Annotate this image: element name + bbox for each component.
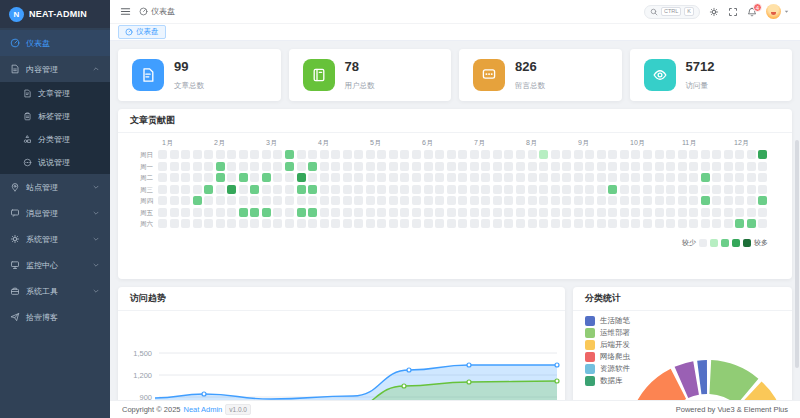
- heatmap-cell: [574, 162, 583, 171]
- heatmap-cell: [308, 196, 317, 205]
- legend-swatch: [743, 239, 751, 247]
- heatmap-cell: [689, 208, 698, 217]
- powered-by: Powered by Vue3 & Element Plus: [676, 405, 788, 414]
- fullscreen-icon[interactable]: [728, 7, 738, 17]
- heatmap-cell: [643, 150, 652, 159]
- heatmap-cell: [331, 162, 340, 171]
- sidebar-item-system[interactable]: 系统管理: [0, 226, 110, 252]
- heatmap-month-labels: 1月2月3月4月5月6月7月8月9月10月11月12月: [158, 137, 782, 150]
- heatmap-cell: [528, 150, 537, 159]
- card-title: 访问趋势: [118, 287, 565, 311]
- heatmap-cell: [447, 173, 456, 182]
- heatmap-cell: [574, 173, 583, 182]
- sidebar-item-talk[interactable]: 说说管理: [0, 151, 110, 174]
- heatmap-cell: [354, 162, 363, 171]
- sidebar-item-label: 消息管理: [26, 208, 86, 219]
- heatmap-cell: [158, 208, 167, 217]
- heatmap-cell: [285, 185, 294, 194]
- heatmap-cell: [504, 185, 513, 194]
- breadcrumb[interactable]: 仪表盘: [139, 6, 175, 17]
- heatmap-cell: [389, 196, 398, 205]
- brand-link[interactable]: Neat Admin: [183, 405, 222, 414]
- heatmap-cell: [216, 208, 225, 217]
- pie-legend-item[interactable]: 数据库: [585, 375, 630, 387]
- location-icon: [10, 182, 20, 192]
- heatmap-cell: [516, 208, 525, 217]
- pie-legend-item[interactable]: 资源软件: [585, 363, 630, 375]
- sidebar-item-blog[interactable]: 拾壹博客: [0, 304, 110, 330]
- sidebar-item-monitor[interactable]: 监控中心: [0, 252, 110, 278]
- day-label: 周三: [128, 185, 158, 197]
- pie-legend: 生活随笔 运维部署 后端开发 网络爬虫 资源软件 数据库: [585, 315, 630, 387]
- pie-legend-item[interactable]: 网络爬虫: [585, 351, 630, 363]
- sidebar-menu: 仪表盘 内容管理 文章管理 标签管理 分类管理 说说管理 站点管理 消息管理 系…: [0, 28, 110, 418]
- visit-trend-card: 访问趋势 1,5001,200900: [118, 287, 565, 418]
- heatmap-cell: [758, 185, 767, 194]
- heatmap-cell: [285, 196, 294, 205]
- user-menu[interactable]: [766, 4, 790, 19]
- heatmap-cell: [331, 196, 340, 205]
- sidebar-item-site[interactable]: 站点管理: [0, 174, 110, 200]
- heatmap-cell: [551, 196, 560, 205]
- scrollbar-thumb[interactable]: [795, 140, 799, 368]
- heatmap-cell: [331, 219, 340, 228]
- search-input[interactable]: CTRL K: [644, 5, 700, 19]
- heatmap-cell: [412, 208, 421, 217]
- sidebar-item-label: 分类管理: [38, 134, 100, 145]
- heatmap-cell: [250, 219, 259, 228]
- heatmap-cell: [608, 150, 617, 159]
- heatmap-cell: [724, 173, 733, 182]
- heatmap-cell: [562, 219, 571, 228]
- heatmap-cell: [551, 162, 560, 171]
- heatmap-cell: [585, 150, 594, 159]
- app-logo[interactable]: N NEAT-ADMIN: [0, 0, 110, 28]
- heatmap-cell: [678, 219, 687, 228]
- heatmap-cell: [389, 185, 398, 194]
- sidebar-item-label: 站点管理: [26, 182, 86, 193]
- heatmap-cell: [193, 196, 202, 205]
- heatmap-cell: [250, 173, 259, 182]
- heatmap-cell: [458, 162, 467, 171]
- sidebar-item-message[interactable]: 消息管理: [0, 200, 110, 226]
- pie-legend-item[interactable]: 后端开发: [585, 339, 630, 351]
- heatmap-cell: [655, 173, 664, 182]
- heatmap-cell: [758, 208, 767, 217]
- heatmap-cell: [735, 162, 744, 171]
- heatmap-cell: [262, 173, 271, 182]
- hamburger-icon[interactable]: [120, 6, 131, 17]
- heatmap-cell: [597, 173, 606, 182]
- month-label: 3月: [266, 138, 277, 148]
- heatmap-cell: [308, 162, 317, 171]
- sidebar-item-category[interactable]: 分类管理: [0, 128, 110, 151]
- heatmap-cell: [678, 196, 687, 205]
- settings-gear-icon[interactable]: [709, 7, 719, 17]
- heatmap-cell: [447, 185, 456, 194]
- heatmap-cell: [608, 219, 617, 228]
- sidebar-item-dashboard[interactable]: 仪表盘: [0, 30, 110, 56]
- pie-legend-item[interactable]: 生活随笔: [585, 315, 630, 327]
- category-stats-card: 分类统计 生活随笔 运维部署 后端开发 网络爬虫 资源软件 数据库: [573, 287, 792, 418]
- sidebar-item-content[interactable]: 内容管理: [0, 56, 110, 82]
- notifications-button[interactable]: 4: [747, 7, 757, 17]
- heatmap-cell: [354, 150, 363, 159]
- heatmap-cell: [262, 208, 271, 217]
- heatmap-cell: [458, 173, 467, 182]
- sidebar-item-tools[interactable]: 系统工具: [0, 278, 110, 304]
- heatmap-cell: [666, 185, 675, 194]
- heatmap-cell: [735, 208, 744, 217]
- heatmap-cell: [585, 196, 594, 205]
- heatmap-cell: [747, 196, 756, 205]
- heatmap-cell: [516, 219, 525, 228]
- heatmap-cell: [424, 150, 433, 159]
- heatmap-cell: [493, 173, 502, 182]
- heatmap-cell: [239, 173, 248, 182]
- book-icon: [303, 59, 335, 91]
- heatmap-cell: [216, 196, 225, 205]
- stat-value: 78: [345, 59, 375, 74]
- pie-legend-item[interactable]: 运维部署: [585, 327, 630, 339]
- heatmap-cell: [366, 208, 375, 217]
- month-label: 7月: [474, 138, 485, 148]
- sidebar-item-article[interactable]: 文章管理: [0, 82, 110, 105]
- tab-dashboard[interactable]: 仪表盘: [118, 25, 166, 39]
- sidebar-item-tag[interactable]: 标签管理: [0, 105, 110, 128]
